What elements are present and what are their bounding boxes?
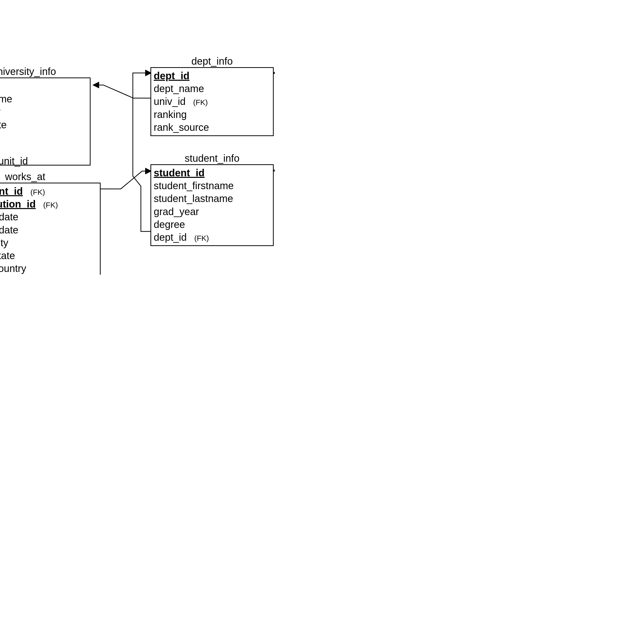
attr: state <box>0 249 15 262</box>
fk-label: (FK) <box>194 233 209 243</box>
fk-label: (FK) <box>193 98 208 107</box>
attr: dept_id <box>154 231 187 244</box>
attr: grad_year <box>154 205 199 218</box>
attr: ty <box>0 105 1 118</box>
attr: student_firstname <box>154 179 234 192</box>
attr: city <box>0 236 8 249</box>
attr-pk: dept_id <box>154 69 189 82</box>
attr: student_lastname <box>154 192 233 205</box>
attr: _date <box>0 224 18 236</box>
entity-title: works_at <box>0 171 101 182</box>
attr: rank_source <box>154 121 209 134</box>
attr: ate <box>0 118 7 131</box>
attr: _unit_id <box>0 155 28 168</box>
attr-pk-fk: tution_id <box>0 198 36 211</box>
entity-student-info: student_info student_id student_firstnam… <box>150 153 274 246</box>
attr: country <box>0 262 26 275</box>
attr: ranking <box>154 108 187 121</box>
attr-pk: student_id <box>154 167 205 179</box>
attr: univ_id <box>154 95 186 108</box>
entity-title: student_info <box>150 153 274 164</box>
fk-label: (FK) <box>30 187 45 197</box>
entity-works-at: works_at ent_id(FK) tution_id(FK) _date … <box>0 171 101 275</box>
entity-university-info: university_info d ame ty ate p _unit_id <box>0 66 91 166</box>
attr-pk-fk: ent_id <box>0 185 23 198</box>
entity-title: university_info <box>0 66 91 77</box>
fk-label: (FK) <box>43 200 58 210</box>
attr: dept_name <box>154 82 204 95</box>
attr: ame <box>0 93 12 105</box>
attr: degree <box>154 218 185 231</box>
entity-title: dept_info <box>150 56 274 67</box>
attr: _date <box>0 211 18 223</box>
entity-dept-info: dept_info dept_id dept_name univ_id(FK) … <box>150 56 274 136</box>
